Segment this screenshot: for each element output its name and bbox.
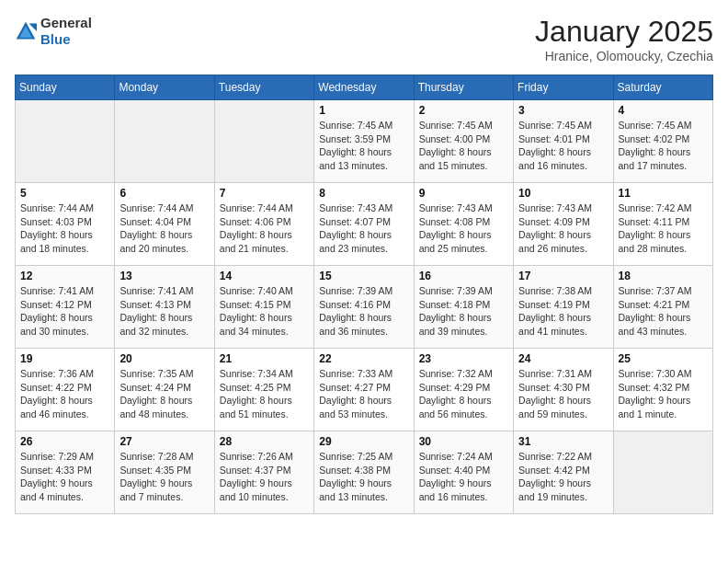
header: General Blue January 2025 Hranice, Olomo…: [15, 15, 713, 63]
day-number: 27: [119, 435, 209, 448]
weekday-header: Saturday: [613, 75, 712, 100]
day-info: Sunrise: 7:45 AM Sunset: 3:59 PM Dayligh…: [319, 119, 408, 173]
day-info: Sunrise: 7:29 AM Sunset: 4:33 PM Dayligh…: [20, 450, 109, 504]
calendar-cell: [16, 100, 115, 183]
calendar-cell: 10Sunrise: 7:43 AM Sunset: 4:09 PM Dayli…: [514, 183, 613, 266]
title-area: January 2025 Hranice, Olomoucky, Czechia: [535, 15, 713, 63]
weekday-header: Monday: [115, 75, 214, 100]
day-info: Sunrise: 7:26 AM Sunset: 4:37 PM Dayligh…: [220, 450, 309, 504]
calendar-cell: 4Sunrise: 7:45 AM Sunset: 4:02 PM Daylig…: [613, 100, 712, 183]
month-title: January 2025: [535, 15, 713, 49]
day-info: Sunrise: 7:45 AM Sunset: 4:00 PM Dayligh…: [419, 119, 508, 173]
calendar-cell: 28Sunrise: 7:26 AM Sunset: 4:37 PM Dayli…: [214, 431, 313, 514]
day-info: Sunrise: 7:37 AM Sunset: 4:21 PM Dayligh…: [619, 284, 708, 339]
day-number: 6: [119, 187, 209, 200]
calendar-cell: 21Sunrise: 7:34 AM Sunset: 4:25 PM Dayli…: [214, 349, 313, 431]
day-info: Sunrise: 7:34 AM Sunset: 4:25 PM Dayligh…: [220, 367, 309, 421]
day-info: Sunrise: 7:44 AM Sunset: 4:04 PM Dayligh…: [119, 201, 209, 256]
day-info: Sunrise: 7:30 AM Sunset: 4:32 PM Dayligh…: [619, 367, 708, 421]
calendar-cell: 18Sunrise: 7:37 AM Sunset: 4:21 PM Dayli…: [613, 266, 712, 349]
day-number: 1: [319, 104, 408, 117]
day-info: Sunrise: 7:43 AM Sunset: 4:09 PM Dayligh…: [518, 201, 608, 256]
day-number: 12: [20, 270, 109, 282]
calendar-cell: [115, 100, 214, 183]
calendar-cell: 25Sunrise: 7:30 AM Sunset: 4:32 PM Dayli…: [613, 349, 712, 431]
calendar-week-row: 19Sunrise: 7:36 AM Sunset: 4:22 PM Dayli…: [16, 349, 713, 431]
day-info: Sunrise: 7:31 AM Sunset: 4:30 PM Dayligh…: [518, 367, 608, 421]
calendar-cell: 12Sunrise: 7:41 AM Sunset: 4:12 PM Dayli…: [16, 266, 115, 349]
calendar: SundayMondayTuesdayWednesdayThursdayFrid…: [15, 75, 713, 514]
calendar-cell: 15Sunrise: 7:39 AM Sunset: 4:16 PM Dayli…: [314, 266, 414, 349]
day-number: 24: [518, 352, 608, 365]
day-info: Sunrise: 7:35 AM Sunset: 4:24 PM Dayligh…: [119, 367, 209, 421]
day-number: 26: [20, 435, 109, 448]
day-number: 9: [419, 187, 508, 200]
day-info: Sunrise: 7:25 AM Sunset: 4:38 PM Dayligh…: [319, 450, 408, 504]
calendar-cell: 26Sunrise: 7:29 AM Sunset: 4:33 PM Dayli…: [16, 431, 115, 514]
calendar-cell: 31Sunrise: 7:22 AM Sunset: 4:42 PM Dayli…: [514, 431, 613, 514]
location-subtitle: Hranice, Olomoucky, Czechia: [535, 49, 713, 63]
day-number: 31: [518, 435, 608, 448]
day-number: 13: [119, 270, 209, 282]
calendar-cell: 29Sunrise: 7:25 AM Sunset: 4:38 PM Dayli…: [314, 431, 414, 514]
day-info: Sunrise: 7:39 AM Sunset: 4:18 PM Dayligh…: [419, 284, 508, 339]
weekday-header: Friday: [514, 75, 613, 100]
day-info: Sunrise: 7:38 AM Sunset: 4:19 PM Dayligh…: [518, 284, 608, 339]
calendar-week-row: 1Sunrise: 7:45 AM Sunset: 3:59 PM Daylig…: [16, 100, 713, 183]
calendar-cell: 30Sunrise: 7:24 AM Sunset: 4:40 PM Dayli…: [414, 431, 513, 514]
day-number: 18: [619, 270, 708, 282]
weekday-header: Wednesday: [314, 75, 414, 100]
day-info: Sunrise: 7:44 AM Sunset: 4:03 PM Dayligh…: [20, 201, 109, 256]
calendar-week-row: 5Sunrise: 7:44 AM Sunset: 4:03 PM Daylig…: [16, 183, 713, 266]
weekday-header: Thursday: [414, 75, 513, 100]
calendar-cell: 16Sunrise: 7:39 AM Sunset: 4:18 PM Dayli…: [414, 266, 513, 349]
day-number: 16: [419, 270, 508, 282]
calendar-cell: 7Sunrise: 7:44 AM Sunset: 4:06 PM Daylig…: [214, 183, 313, 266]
day-number: 23: [419, 352, 508, 365]
calendar-cell: 20Sunrise: 7:35 AM Sunset: 4:24 PM Dayli…: [115, 349, 214, 431]
calendar-cell: 2Sunrise: 7:45 AM Sunset: 4:00 PM Daylig…: [414, 100, 513, 183]
calendar-cell: 8Sunrise: 7:43 AM Sunset: 4:07 PM Daylig…: [314, 183, 414, 266]
day-number: 30: [419, 435, 508, 448]
calendar-cell: 19Sunrise: 7:36 AM Sunset: 4:22 PM Dayli…: [16, 349, 115, 431]
calendar-cell: 6Sunrise: 7:44 AM Sunset: 4:04 PM Daylig…: [115, 183, 214, 266]
day-info: Sunrise: 7:39 AM Sunset: 4:16 PM Dayligh…: [319, 284, 408, 339]
calendar-cell: 27Sunrise: 7:28 AM Sunset: 4:35 PM Dayli…: [115, 431, 214, 514]
day-info: Sunrise: 7:43 AM Sunset: 4:08 PM Dayligh…: [419, 201, 508, 256]
calendar-cell: 11Sunrise: 7:42 AM Sunset: 4:11 PM Dayli…: [613, 183, 712, 266]
calendar-cell: 24Sunrise: 7:31 AM Sunset: 4:30 PM Dayli…: [514, 349, 613, 431]
day-number: 7: [220, 187, 309, 200]
logo-general: General: [40, 15, 92, 31]
day-number: 28: [220, 435, 309, 448]
calendar-cell: [214, 100, 313, 183]
day-number: 14: [220, 270, 309, 282]
day-info: Sunrise: 7:32 AM Sunset: 4:29 PM Dayligh…: [419, 367, 508, 421]
weekday-header: Sunday: [16, 75, 115, 100]
day-number: 3: [518, 104, 608, 117]
day-number: 29: [319, 435, 408, 448]
day-number: 11: [619, 187, 708, 200]
day-info: Sunrise: 7:40 AM Sunset: 4:15 PM Dayligh…: [220, 284, 309, 339]
calendar-week-row: 26Sunrise: 7:29 AM Sunset: 4:33 PM Dayli…: [16, 431, 713, 514]
day-number: 2: [419, 104, 508, 117]
day-info: Sunrise: 7:45 AM Sunset: 4:01 PM Dayligh…: [518, 119, 608, 173]
calendar-cell: 1Sunrise: 7:45 AM Sunset: 3:59 PM Daylig…: [314, 100, 414, 183]
day-info: Sunrise: 7:24 AM Sunset: 4:40 PM Dayligh…: [419, 450, 508, 504]
logo-icon: [15, 20, 37, 42]
calendar-cell: 3Sunrise: 7:45 AM Sunset: 4:01 PM Daylig…: [514, 100, 613, 183]
day-number: 19: [20, 352, 109, 365]
logo-blue: Blue: [40, 31, 92, 48]
calendar-cell: [613, 431, 712, 514]
day-number: 5: [20, 187, 109, 200]
day-info: Sunrise: 7:36 AM Sunset: 4:22 PM Dayligh…: [20, 367, 109, 421]
day-number: 25: [619, 352, 708, 365]
day-number: 10: [518, 187, 608, 200]
day-info: Sunrise: 7:43 AM Sunset: 4:07 PM Dayligh…: [319, 201, 408, 256]
calendar-cell: 13Sunrise: 7:41 AM Sunset: 4:13 PM Dayli…: [115, 266, 214, 349]
day-info: Sunrise: 7:44 AM Sunset: 4:06 PM Dayligh…: [220, 201, 309, 256]
day-number: 20: [119, 352, 209, 365]
day-number: 8: [319, 187, 408, 200]
calendar-cell: 9Sunrise: 7:43 AM Sunset: 4:08 PM Daylig…: [414, 183, 513, 266]
calendar-cell: 5Sunrise: 7:44 AM Sunset: 4:03 PM Daylig…: [16, 183, 115, 266]
day-number: 4: [619, 104, 708, 117]
